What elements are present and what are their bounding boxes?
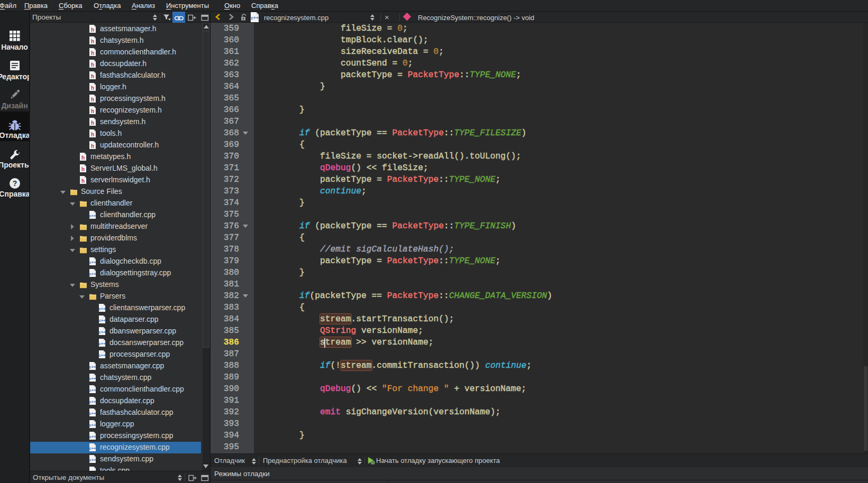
svg-text:h: h: [91, 27, 94, 33]
svg-text:c++: c++: [89, 411, 96, 416]
svg-text:h: h: [91, 108, 94, 114]
svg-text:h: h: [81, 178, 85, 184]
svg-text:h: h: [91, 97, 94, 103]
svg-text:c++: c++: [89, 446, 96, 451]
svg-text:h: h: [91, 50, 94, 56]
svg-text:h: h: [91, 143, 94, 149]
svg-text:c++: c++: [89, 388, 96, 393]
svg-text:h: h: [91, 73, 94, 79]
svg-text:c++: c++: [89, 213, 96, 218]
svg-text:h: h: [91, 39, 94, 44]
svg-text:c++: c++: [89, 423, 96, 428]
svg-text:?: ?: [12, 179, 17, 188]
svg-text:c++: c++: [99, 318, 106, 323]
svg-text:h: h: [91, 85, 94, 91]
svg-text:c++: c++: [89, 272, 96, 276]
svg-text:c++: c++: [251, 15, 259, 21]
svg-text:c++: c++: [89, 376, 96, 381]
svg-text:h: h: [91, 62, 94, 68]
svg-text:c++: c++: [99, 306, 106, 311]
svg-text:h: h: [81, 155, 85, 161]
svg-text:c++: c++: [89, 400, 96, 404]
svg-text:h: h: [91, 120, 94, 126]
svg-text:c++: c++: [99, 330, 106, 335]
svg-text:c++: c++: [89, 458, 96, 462]
svg-text:c++: c++: [99, 341, 106, 346]
svg-text:h: h: [91, 132, 94, 137]
svg-text:c++: c++: [89, 434, 96, 439]
svg-text:c++: c++: [99, 353, 106, 358]
svg-text:c++: c++: [89, 365, 96, 369]
svg-text:c++: c++: [89, 260, 96, 265]
svg-text:h: h: [81, 166, 85, 172]
